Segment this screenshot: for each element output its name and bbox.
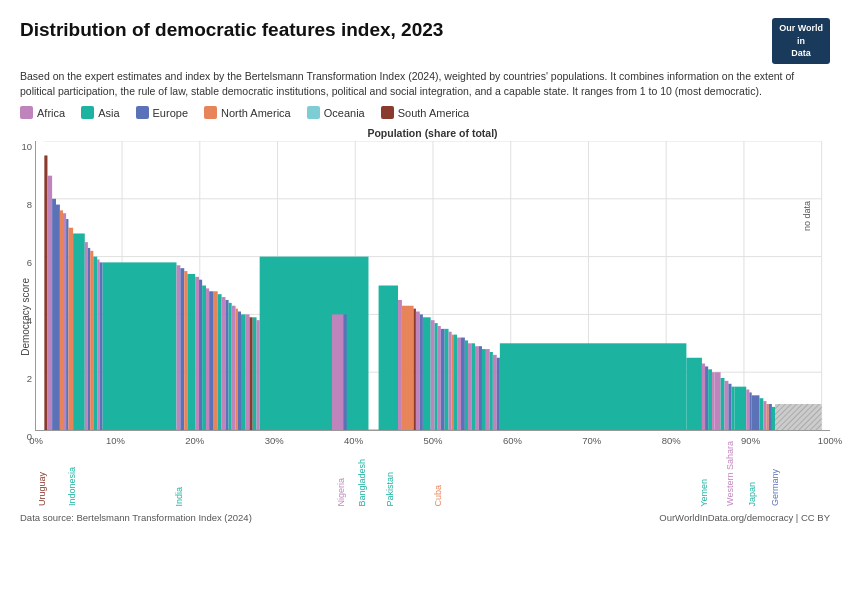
attribution: OurWorldInData.org/democracy | CC BY	[659, 512, 830, 523]
svg-rect-32	[103, 263, 177, 431]
svg-rect-40	[206, 289, 209, 431]
svg-rect-49	[238, 312, 241, 430]
svg-rect-99	[749, 393, 751, 431]
y-tick-label: 4	[27, 315, 32, 326]
svg-rect-17	[44, 156, 47, 431]
svg-rect-56	[332, 315, 344, 431]
svg-rect-64	[420, 315, 423, 431]
x-tick-label: 30%	[265, 435, 284, 446]
legend-swatch	[204, 106, 217, 119]
svg-rect-76	[465, 341, 468, 431]
x-tick-label: 20%	[185, 435, 204, 446]
svg-rect-38	[199, 280, 202, 430]
plot-container: 02468100%10%20%30%40%50%60%70%80%90%100%…	[35, 141, 830, 506]
legend-item-asia: Asia	[81, 106, 119, 119]
svg-rect-75	[461, 338, 465, 430]
svg-rect-63	[416, 312, 420, 430]
legend-swatch	[81, 106, 94, 119]
svg-rect-54	[257, 320, 260, 430]
svg-rect-58	[351, 277, 363, 430]
chart-description: Based on the expert estimates and index …	[20, 69, 820, 99]
country-label-india: India	[174, 487, 184, 507]
svg-rect-41	[209, 291, 213, 430]
chart-area: Democracy score Population (share of tot…	[20, 127, 830, 506]
x-tick-label: 0%	[29, 435, 43, 446]
svg-rect-91	[712, 372, 714, 430]
legend-item-north-america: North America	[204, 106, 291, 119]
svg-rect-85	[497, 358, 500, 430]
svg-rect-60	[398, 300, 402, 430]
y-tick-label: 2	[27, 373, 32, 384]
svg-rect-21	[60, 211, 63, 431]
svg-rect-105	[772, 407, 775, 430]
svg-rect-42	[213, 291, 218, 430]
x-tick-label: 100%	[818, 435, 842, 446]
svg-rect-34	[180, 268, 184, 430]
y-tick-label: 6	[27, 257, 32, 268]
legend-item-europe: Europe	[136, 106, 188, 119]
x-tick-label: 70%	[582, 435, 601, 446]
svg-rect-29	[93, 257, 97, 430]
svg-rect-81	[482, 349, 486, 430]
country-label-uruguay: Uruguay	[37, 472, 47, 506]
svg-rect-72	[452, 335, 454, 430]
svg-rect-28	[90, 251, 93, 430]
svg-rect-93	[721, 378, 725, 430]
svg-rect-88	[702, 364, 705, 430]
legend-item-oceania: Oceania	[307, 106, 365, 119]
svg-rect-100	[752, 396, 760, 431]
x-tick-label: 10%	[106, 435, 125, 446]
country-label-nigeria: Nigeria	[336, 478, 346, 507]
legend-item-africa: Africa	[20, 106, 65, 119]
svg-rect-82	[486, 349, 490, 430]
legend-swatch	[20, 106, 33, 119]
legend-label: Africa	[37, 107, 65, 119]
legend-label: Asia	[98, 107, 119, 119]
svg-rect-94	[724, 381, 728, 430]
brand-logo: Our WorldinData	[772, 18, 830, 64]
y-tick-label: 8	[27, 199, 32, 210]
svg-rect-102	[763, 401, 766, 430]
chart-inner: Population (share of total) 02468100%10%…	[35, 127, 830, 506]
svg-rect-61	[402, 306, 414, 430]
x-axis-title-text: Population	[367, 127, 421, 139]
svg-rect-25	[73, 234, 85, 431]
svg-rect-18	[47, 176, 52, 430]
no-data-label: no data	[783, 201, 830, 233]
svg-rect-31	[100, 263, 103, 431]
svg-rect-101	[759, 398, 763, 430]
svg-rect-48	[236, 309, 238, 430]
svg-rect-84	[493, 355, 497, 430]
svg-rect-68	[438, 326, 441, 430]
svg-rect-80	[479, 346, 482, 430]
legend-swatch	[381, 106, 394, 119]
svg-rect-98	[746, 390, 749, 430]
x-tick-label: 40%	[344, 435, 363, 446]
svg-rect-70	[445, 329, 449, 430]
svg-rect-71	[449, 332, 452, 430]
svg-rect-26	[85, 242, 88, 430]
x-tick-label: 90%	[741, 435, 760, 446]
svg-rect-104	[769, 404, 772, 430]
svg-rect-86	[500, 344, 687, 431]
y-tick-label: 10	[21, 141, 32, 152]
svg-rect-19	[52, 199, 56, 430]
svg-rect-39	[202, 286, 206, 431]
svg-rect-24	[68, 228, 73, 430]
svg-rect-20	[56, 205, 60, 430]
svg-rect-66	[431, 320, 435, 430]
data-source: Data source: Bertelsmann Transformation …	[20, 512, 252, 523]
svg-rect-62	[414, 309, 416, 430]
svg-rect-77	[468, 344, 472, 431]
x-tick-label: 80%	[662, 435, 681, 446]
footer: Data source: Bertelsmann Transformation …	[20, 512, 830, 523]
page-container: Distribution of democratic features inde…	[20, 18, 830, 523]
svg-rect-97	[735, 387, 747, 430]
legend-label: Oceania	[324, 107, 365, 119]
legend-label: Europe	[153, 107, 188, 119]
legend-label: North America	[221, 107, 291, 119]
x-tick-label: 60%	[503, 435, 522, 446]
svg-rect-37	[195, 277, 199, 430]
svg-rect-73	[454, 335, 457, 430]
svg-rect-65	[423, 318, 431, 431]
